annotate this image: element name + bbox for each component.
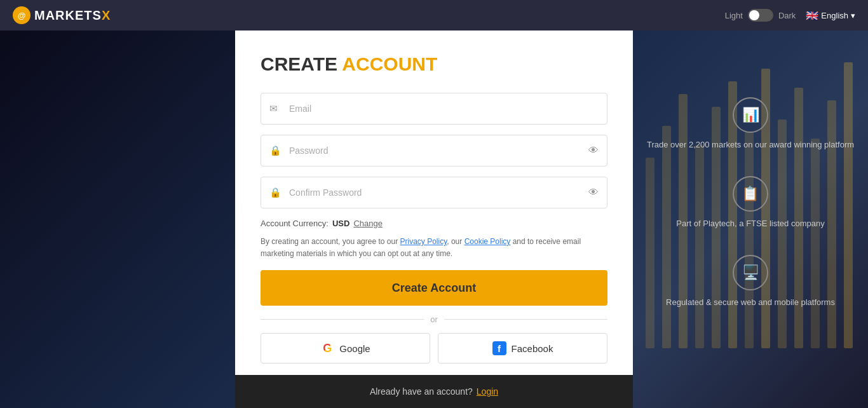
logo-text: MARKETSX (34, 8, 111, 23)
google-icon: G (320, 341, 334, 355)
feature-text-secure: Regulated & secure web and mobile platfo… (666, 297, 835, 308)
privacy-policy-link[interactable]: Privacy Policy (400, 237, 447, 246)
login-link[interactable]: Login (477, 386, 498, 397)
theme-toggle: Light Dark (725, 9, 796, 22)
header-right: Light Dark 🇬🇧 English ▾ (725, 9, 855, 22)
social-buttons: G Google f Facebook (261, 333, 607, 364)
header: @ MARKETSX Light Dark 🇬🇧 English ▾ (0, 0, 868, 31)
currency-label: Account Currency: (261, 219, 329, 228)
feature-item-secure: 🖥️ Regulated & secure web and mobile pla… (666, 255, 835, 308)
title-create: CREATE (261, 53, 337, 74)
facebook-label: Facebook (512, 343, 553, 354)
facebook-icon: f (492, 341, 506, 355)
email-field[interactable] (261, 93, 607, 125)
currency-value: USD (332, 219, 349, 228)
terms-text-2: , our (447, 237, 464, 246)
email-group: ✉ (261, 93, 607, 125)
logo-brand: MARKETS (34, 8, 102, 22)
eye-confirm-icon[interactable]: 👁 (588, 187, 599, 198)
theme-dark-label: Dark (778, 11, 796, 20)
bottom-bar: Already have an account? Login (235, 375, 633, 408)
confirm-password-group: 🔒 👁 (261, 177, 607, 208)
or-line-left (261, 319, 424, 320)
facebook-login-button[interactable]: f Facebook (438, 333, 607, 364)
chevron-down-icon: ▾ (851, 11, 855, 20)
google-label: Google (339, 343, 370, 354)
logo: @ MARKETSX (13, 6, 111, 24)
main-container: CREATE ACCOUNT ✉ 🔒 👁 🔒 👁 Account Currenc… (235, 31, 633, 408)
footer-text: Already have an account? (370, 386, 473, 397)
password-field[interactable] (261, 135, 607, 167)
secure-icon: 🖥️ (733, 255, 768, 290)
feature-item-playtech: 📋 Part of Playtech, a FTSE listed compan… (676, 176, 824, 229)
eye-icon[interactable]: 👁 (588, 145, 599, 156)
confirm-password-field[interactable] (261, 177, 607, 208)
feature-text-markets: Trade over 2,200 markets on our award wi… (647, 139, 854, 151)
markets-icon: 📊 (733, 97, 768, 133)
feature-text-playtech: Part of Playtech, a FTSE listed company (676, 218, 824, 229)
language-selector[interactable]: 🇬🇧 English ▾ (806, 10, 855, 22)
create-account-button[interactable]: Create Account (261, 270, 607, 306)
title-account: ACCOUNT (342, 53, 437, 74)
lock-confirm-icon: 🔒 (269, 187, 281, 198)
or-line-right (444, 319, 607, 320)
language-label: English (821, 11, 848, 20)
logo-icon: @ (13, 6, 31, 24)
toggle-knob (749, 10, 759, 20)
logo-x: X (102, 8, 111, 22)
terms-text: By creating an account, you agree to our… (261, 236, 607, 260)
currency-row: Account Currency: USD Change (261, 219, 607, 228)
bg-left (0, 31, 235, 408)
or-label: or (430, 315, 438, 324)
password-group: 🔒 👁 (261, 135, 607, 167)
page-title: CREATE ACCOUNT (261, 53, 607, 75)
playtech-icon: 📋 (733, 176, 768, 212)
theme-switch[interactable] (748, 9, 773, 22)
cookie-policy-link[interactable]: Cookie Policy (465, 237, 511, 246)
terms-text-1: By creating an account, you agree to our (261, 237, 400, 246)
or-divider: or (261, 315, 607, 324)
feature-item-markets: 📊 Trade over 2,200 markets on our award … (647, 97, 854, 151)
currency-change-link[interactable]: Change (353, 219, 383, 228)
right-panel: 📊 Trade over 2,200 markets on our award … (633, 31, 868, 375)
email-icon: ✉ (269, 103, 278, 114)
lock-icon: 🔒 (269, 145, 281, 156)
google-login-button[interactable]: G Google (261, 333, 430, 364)
flag-icon: 🇬🇧 (806, 10, 818, 22)
form-panel: CREATE ACCOUNT ✉ 🔒 👁 🔒 👁 Account Currenc… (235, 31, 633, 408)
theme-light-label: Light (725, 11, 743, 20)
